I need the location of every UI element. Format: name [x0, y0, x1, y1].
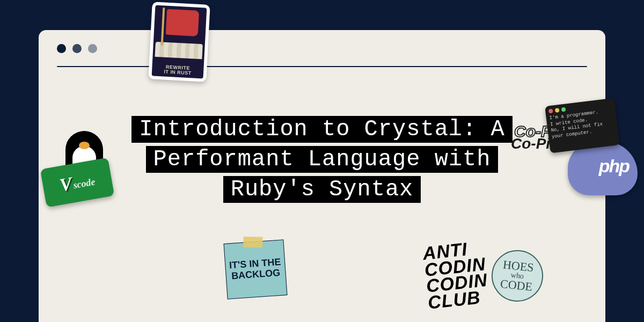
php-label: php: [599, 157, 629, 175]
traffic-light-close-icon[interactable]: [57, 44, 66, 53]
sticker-vscode-tux: V scode: [39, 131, 125, 210]
window-divider: [57, 66, 587, 67]
tape-icon: [243, 237, 262, 248]
traffic-light-minimize-icon[interactable]: [72, 44, 82, 53]
hoes-bot: CODE: [500, 279, 533, 292]
rust-caption-2: IT IN RUST: [164, 69, 192, 76]
term-min-icon: [555, 108, 560, 113]
vscode-badge-icon: V scode: [40, 157, 115, 207]
title-line-3: Ruby's Syntax: [223, 176, 421, 203]
sticker-rewrite-in-rust: REWRITE IT IN RUST: [148, 2, 210, 82]
sticker-backlog: IT'S IN THE BACKLOG: [225, 241, 290, 304]
sticker-anti-coding-club: ANTI CODIN CODIN CLUB HOES who CODE: [425, 239, 538, 322]
title-line-1: Introduction to Crystal: A: [131, 116, 512, 143]
copilot-text: Co-Pi: [511, 137, 550, 150]
traffic-light-maximize-icon[interactable]: [88, 44, 97, 53]
window-controls: [39, 30, 605, 53]
backlog-text: IT'S IN THE BACKLOG: [225, 257, 286, 282]
term-max-icon: [561, 107, 566, 112]
terminal-sticker-icon: I'm a programmer. I write code. No, I wi…: [545, 98, 620, 153]
flag-icon: [166, 9, 199, 36]
title-line-2: Performant Language with: [146, 146, 499, 173]
vscode-v: V: [58, 174, 74, 194]
vscode-scode: scode: [72, 177, 96, 190]
term-close-icon: [548, 108, 553, 113]
sticker-php-terminal-copilot: Co-Pil Co-Pi php I'm a programmer. I wri…: [519, 100, 643, 207]
